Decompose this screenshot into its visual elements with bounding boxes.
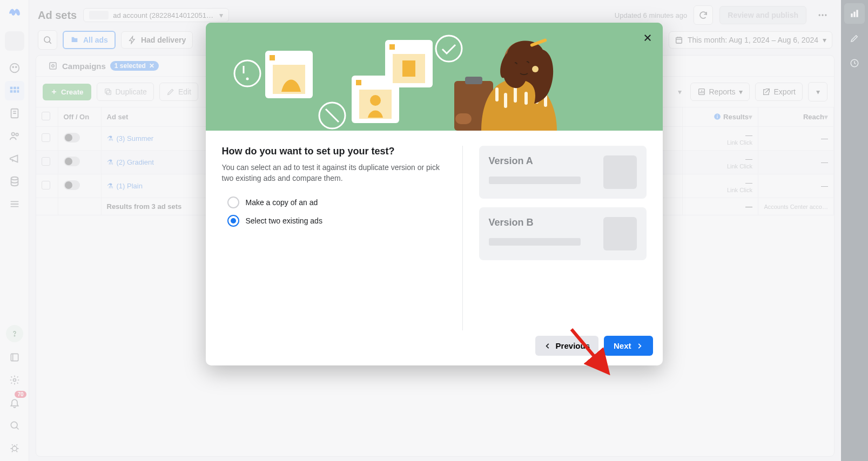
- svg-rect-55: [504, 93, 507, 108]
- svg-rect-46: [402, 60, 415, 77]
- svg-rect-57: [524, 92, 528, 105]
- svg-rect-44: [389, 44, 395, 50]
- radio-select-two[interactable]: Select two existing ads: [222, 212, 448, 230]
- svg-rect-37: [270, 55, 275, 60]
- skeleton-line: [489, 238, 581, 246]
- version-b-title: Version B: [489, 217, 596, 228]
- radio-icon: [227, 196, 239, 208]
- modal-right-pane: Version A Version B: [479, 146, 647, 330]
- svg-point-42: [370, 95, 381, 106]
- svg-rect-62: [455, 113, 472, 124]
- radio-icon: [227, 215, 239, 227]
- svg-point-48: [246, 78, 248, 80]
- modal-heading: How do you want to set up your test?: [222, 146, 448, 157]
- radio-make-copy[interactable]: Make a copy of an ad: [222, 193, 448, 212]
- modal-left-pane: How do you want to set up your test? You…: [222, 146, 463, 330]
- previous-button[interactable]: Previous: [535, 336, 598, 356]
- modal-body: How do you want to set up your test? You…: [206, 131, 663, 336]
- modal-hero-illustration: [206, 23, 663, 131]
- skeleton-line: [489, 177, 581, 184]
- svg-rect-53: [465, 77, 482, 84]
- svg-rect-54: [495, 87, 499, 101]
- skeleton-thumb: [603, 217, 637, 250]
- ab-test-setup-modal: How do you want to set up your test? You…: [206, 23, 663, 365]
- svg-rect-40: [356, 80, 361, 85]
- svg-rect-56: [514, 86, 517, 103]
- next-button[interactable]: Next: [604, 336, 653, 356]
- modal-footer: Previous Next: [206, 336, 663, 365]
- version-b-card: Version B: [479, 207, 647, 260]
- version-a-title: Version A: [489, 155, 596, 167]
- svg-point-61: [532, 66, 539, 72]
- skeleton-thumb: [603, 155, 637, 189]
- close-icon[interactable]: [639, 29, 656, 46]
- modal-subtext: You can select an ad to test it against …: [222, 162, 448, 184]
- version-a-card: Version A: [479, 146, 647, 199]
